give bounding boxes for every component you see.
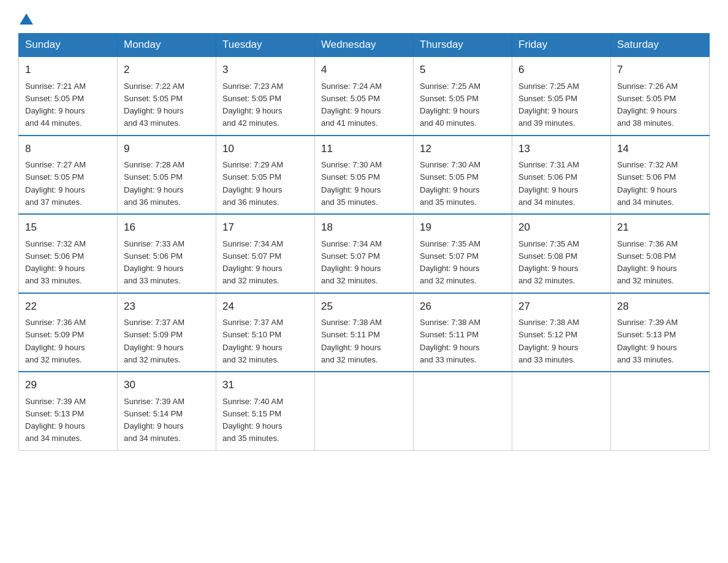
day-number: 23: [124, 299, 210, 315]
calendar-day-cell: 30 Sunrise: 7:39 AMSunset: 5:14 PMDaylig…: [118, 372, 216, 450]
day-info: Sunrise: 7:33 AMSunset: 5:06 PMDaylight:…: [124, 239, 184, 286]
day-header-monday: Monday: [118, 34, 216, 57]
calendar-day-cell: 5 Sunrise: 7:25 AMSunset: 5:05 PMDayligh…: [414, 56, 512, 136]
calendar-day-cell: 15 Sunrise: 7:32 AMSunset: 5:06 PMDaylig…: [19, 214, 118, 293]
calendar-day-cell: 14 Sunrise: 7:32 AMSunset: 5:06 PMDaylig…: [611, 136, 710, 215]
day-number: 7: [617, 62, 703, 78]
day-info: Sunrise: 7:30 AMSunset: 5:05 PMDaylight:…: [420, 160, 480, 207]
day-info: Sunrise: 7:28 AMSunset: 5:05 PMDaylight:…: [124, 160, 184, 207]
day-header-tuesday: Tuesday: [216, 34, 315, 57]
day-info: Sunrise: 7:26 AMSunset: 5:05 PMDaylight:…: [617, 82, 678, 128]
day-header-thursday: Thursday: [414, 34, 512, 57]
calendar-day-cell: 24 Sunrise: 7:37 AMSunset: 5:10 PMDaylig…: [216, 293, 315, 372]
day-number: 20: [518, 220, 604, 236]
day-info: Sunrise: 7:31 AMSunset: 5:06 PMDaylight:…: [518, 160, 579, 207]
calendar-day-cell: 13 Sunrise: 7:31 AMSunset: 5:06 PMDaylig…: [512, 136, 611, 215]
calendar-day-cell: [512, 372, 611, 450]
day-number: 18: [321, 220, 407, 236]
calendar-day-cell: 16 Sunrise: 7:33 AMSunset: 5:06 PMDaylig…: [118, 214, 216, 293]
calendar-day-cell: 27 Sunrise: 7:38 AMSunset: 5:12 PMDaylig…: [512, 293, 611, 372]
calendar-day-cell: 21 Sunrise: 7:36 AMSunset: 5:08 PMDaylig…: [611, 214, 710, 293]
day-info: Sunrise: 7:32 AMSunset: 5:06 PMDaylight:…: [617, 160, 678, 207]
calendar-day-cell: 26 Sunrise: 7:38 AMSunset: 5:11 PMDaylig…: [414, 293, 512, 372]
calendar-day-cell: 12 Sunrise: 7:30 AMSunset: 5:05 PMDaylig…: [414, 136, 512, 215]
day-info: Sunrise: 7:27 AMSunset: 5:05 PMDaylight:…: [25, 160, 86, 207]
day-info: Sunrise: 7:22 AMSunset: 5:05 PMDaylight:…: [124, 82, 184, 128]
calendar-day-cell: 9 Sunrise: 7:28 AMSunset: 5:05 PMDayligh…: [118, 136, 216, 215]
calendar-day-cell: 1 Sunrise: 7:21 AMSunset: 5:05 PMDayligh…: [19, 56, 118, 136]
calendar-table: SundayMondayTuesdayWednesdayThursdayFrid…: [18, 33, 710, 451]
day-number: 14: [617, 141, 703, 157]
calendar-day-cell: 25 Sunrise: 7:38 AMSunset: 5:11 PMDaylig…: [315, 293, 414, 372]
day-info: Sunrise: 7:38 AMSunset: 5:11 PMDaylight:…: [321, 318, 382, 364]
page-header: [18, 12, 710, 22]
calendar-day-cell: 11 Sunrise: 7:30 AMSunset: 5:05 PMDaylig…: [315, 136, 414, 215]
day-info: Sunrise: 7:38 AMSunset: 5:12 PMDaylight:…: [518, 318, 579, 364]
day-info: Sunrise: 7:30 AMSunset: 5:05 PMDaylight:…: [321, 160, 382, 207]
day-number: 11: [321, 141, 407, 157]
day-info: Sunrise: 7:36 AMSunset: 5:08 PMDaylight:…: [617, 239, 678, 286]
calendar-day-cell: 4 Sunrise: 7:24 AMSunset: 5:05 PMDayligh…: [315, 56, 414, 136]
day-info: Sunrise: 7:34 AMSunset: 5:07 PMDaylight:…: [321, 239, 382, 286]
calendar-day-cell: [414, 372, 512, 450]
day-header-saturday: Saturday: [611, 34, 710, 57]
day-header-wednesday: Wednesday: [315, 34, 414, 57]
calendar-day-cell: 28 Sunrise: 7:39 AMSunset: 5:13 PMDaylig…: [611, 293, 710, 372]
day-info: Sunrise: 7:39 AMSunset: 5:13 PMDaylight:…: [25, 397, 86, 443]
day-number: 30: [124, 377, 210, 393]
calendar-week-row: 15 Sunrise: 7:32 AMSunset: 5:06 PMDaylig…: [19, 214, 710, 293]
day-number: 28: [617, 299, 703, 315]
day-number: 16: [124, 220, 210, 236]
day-number: 5: [420, 62, 506, 78]
day-header-friday: Friday: [512, 34, 611, 57]
day-number: 1: [25, 62, 111, 78]
day-number: 15: [25, 220, 111, 236]
calendar-week-row: 29 Sunrise: 7:39 AMSunset: 5:13 PMDaylig…: [19, 372, 710, 450]
day-info: Sunrise: 7:34 AMSunset: 5:07 PMDaylight:…: [222, 239, 283, 286]
day-info: Sunrise: 7:23 AMSunset: 5:05 PMDaylight:…: [222, 82, 283, 128]
calendar-day-cell: 31 Sunrise: 7:40 AMSunset: 5:15 PMDaylig…: [216, 372, 315, 450]
calendar-day-cell: 19 Sunrise: 7:35 AMSunset: 5:07 PMDaylig…: [414, 214, 512, 293]
calendar-day-cell: 6 Sunrise: 7:25 AMSunset: 5:05 PMDayligh…: [512, 56, 611, 136]
day-number: 4: [321, 62, 407, 78]
calendar-day-cell: 23 Sunrise: 7:37 AMSunset: 5:09 PMDaylig…: [118, 293, 216, 372]
day-number: 2: [124, 62, 210, 78]
day-number: 25: [321, 299, 407, 315]
calendar-header-row: SundayMondayTuesdayWednesdayThursdayFrid…: [19, 34, 710, 57]
calendar-week-row: 22 Sunrise: 7:36 AMSunset: 5:09 PMDaylig…: [19, 293, 710, 372]
day-info: Sunrise: 7:39 AMSunset: 5:14 PMDaylight:…: [124, 397, 184, 443]
day-number: 27: [518, 299, 604, 315]
calendar-day-cell: 10 Sunrise: 7:29 AMSunset: 5:05 PMDaylig…: [216, 136, 315, 215]
day-number: 31: [222, 377, 308, 393]
day-number: 6: [518, 62, 604, 78]
calendar-day-cell: [611, 372, 710, 450]
day-info: Sunrise: 7:21 AMSunset: 5:05 PMDaylight:…: [25, 82, 86, 128]
calendar-day-cell: 17 Sunrise: 7:34 AMSunset: 5:07 PMDaylig…: [216, 214, 315, 293]
day-number: 24: [222, 299, 308, 315]
day-number: 19: [420, 220, 506, 236]
day-info: Sunrise: 7:38 AMSunset: 5:11 PMDaylight:…: [420, 318, 480, 364]
calendar-day-cell: 20 Sunrise: 7:35 AMSunset: 5:08 PMDaylig…: [512, 214, 611, 293]
day-info: Sunrise: 7:37 AMSunset: 5:10 PMDaylight:…: [222, 318, 283, 364]
day-number: 22: [25, 299, 111, 315]
day-info: Sunrise: 7:36 AMSunset: 5:09 PMDaylight:…: [25, 318, 86, 364]
calendar-day-cell: 8 Sunrise: 7:27 AMSunset: 5:05 PMDayligh…: [19, 136, 118, 215]
day-number: 21: [617, 220, 703, 236]
calendar-day-cell: 2 Sunrise: 7:22 AMSunset: 5:05 PMDayligh…: [118, 56, 216, 136]
day-number: 17: [222, 220, 308, 236]
calendar-week-row: 1 Sunrise: 7:21 AMSunset: 5:05 PMDayligh…: [19, 56, 710, 136]
day-info: Sunrise: 7:39 AMSunset: 5:13 PMDaylight:…: [617, 318, 678, 364]
calendar-day-cell: [315, 372, 414, 450]
day-info: Sunrise: 7:35 AMSunset: 5:07 PMDaylight:…: [420, 239, 480, 286]
day-number: 8: [25, 141, 111, 157]
day-header-sunday: Sunday: [19, 34, 118, 57]
day-number: 3: [222, 62, 308, 78]
day-number: 26: [420, 299, 506, 315]
day-info: Sunrise: 7:25 AMSunset: 5:05 PMDaylight:…: [518, 82, 579, 128]
day-number: 9: [124, 141, 210, 157]
day-info: Sunrise: 7:24 AMSunset: 5:05 PMDaylight:…: [321, 82, 382, 128]
svg-marker-0: [20, 13, 33, 25]
logo-triangle-icon: [20, 13, 33, 25]
calendar-day-cell: 29 Sunrise: 7:39 AMSunset: 5:13 PMDaylig…: [19, 372, 118, 450]
day-info: Sunrise: 7:25 AMSunset: 5:05 PMDaylight:…: [420, 82, 480, 128]
